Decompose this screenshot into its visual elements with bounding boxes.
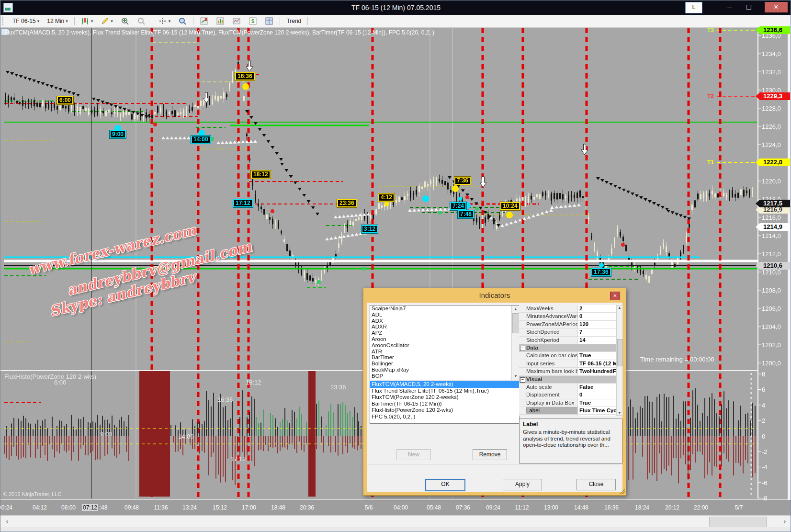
available-indicator-item[interactable]: AroonOscillator (370, 342, 520, 349)
property-row[interactable]: PowerZoneMAPeriod120 (519, 321, 616, 328)
property-value[interactable]: 14 (578, 337, 616, 344)
scroll-up-icon[interactable]: ▲ (617, 306, 622, 310)
available-indicators-list[interactable]: ScalperNinja7ADLADXADXRAPZAroonAroonOsci… (370, 305, 520, 380)
close-button[interactable] (765, 2, 788, 12)
property-grid-scrollbar[interactable]: ▲ ▼ (616, 305, 623, 416)
property-value[interactable]: True (578, 399, 616, 407)
ok-button[interactable]: OK (425, 479, 465, 491)
scrollbar-thumb[interactable] (709, 517, 767, 527)
available-indicator-item[interactable]: BarTimer (370, 354, 520, 361)
remove-button[interactable]: Remove (473, 449, 507, 460)
close-dialog-button[interactable]: Close (576, 479, 616, 490)
available-indicator-item[interactable]: ADXR (370, 324, 520, 330)
property-row[interactable]: LabelFlux Time Cycle Marke (519, 407, 616, 415)
scroll-left-arrow[interactable]: ‹ (1, 517, 13, 526)
property-row[interactable]: −Visual (519, 376, 616, 384)
link-button[interactable]: L (685, 2, 702, 13)
time-axis[interactable]: 00:2404:1206:0007:12:4809:4811:3613:2415… (0, 500, 791, 515)
property-row-gutter (519, 384, 526, 391)
price-axis-label: 1234,0 (762, 50, 781, 57)
minimize-button[interactable] (722, 2, 738, 12)
account-button[interactable]: $ (245, 15, 260, 27)
instrument-selector[interactable]: TF 06-15 (9, 16, 43, 26)
trend-button[interactable]: Trend (283, 16, 305, 26)
available-indicator-item[interactable]: ADX (370, 318, 520, 324)
available-indicator-item[interactable]: APZ (370, 330, 520, 336)
property-value[interactable]: 0 (578, 313, 616, 320)
apply-button[interactable]: Apply (503, 479, 542, 490)
histogram-axis-label: 0 (762, 432, 765, 440)
dialog-close-icon[interactable]: ✕ (610, 292, 620, 300)
available-indicator-item[interactable]: ScalperNinja7 (370, 306, 520, 312)
applied-indicator-item[interactable]: FluxHisto(PowerZone 120 2-wks) (370, 407, 520, 414)
collapse-icon[interactable]: − (520, 377, 525, 383)
property-grid[interactable]: MaxWeeks2MinutesAdvanceWarnin0PowerZoneM… (519, 305, 616, 416)
available-indicator-item[interactable]: ADL (370, 312, 520, 318)
toolbar-grip[interactable] (2, 17, 6, 25)
property-value[interactable]: Same as input series (578, 415, 616, 416)
grid-button[interactable] (261, 15, 277, 27)
property-value[interactable]: 7 (578, 328, 616, 336)
property-row[interactable]: Maximum bars look bacTwoHundredFiftySix (519, 368, 616, 375)
available-indicator-item[interactable]: BOP (370, 373, 520, 379)
available-indicator-item[interactable]: Aroon (370, 336, 520, 342)
collapse-icon[interactable]: − (520, 346, 525, 351)
scrollbar-thumb[interactable] (617, 339, 623, 366)
maximize-button[interactable] (741, 2, 757, 12)
interval-selector[interactable]: 12 Min (44, 16, 71, 26)
property-row[interactable]: Displacement0 (519, 391, 616, 399)
property-row[interactable]: Calculate on bar closeTrue (519, 352, 616, 360)
applied-indicators-list[interactable]: FluxTCM(AMACD,5, 20 2-weeks)Flux Trend S… (370, 381, 520, 424)
property-value[interactable] (577, 376, 616, 383)
applied-indicator-item[interactable]: FluxTCM(AMACD,5, 20 2-weeks) (370, 381, 520, 388)
property-row[interactable]: Input seriesTF 06-15 (12 Min) (519, 360, 616, 368)
zoom-in-button[interactable] (117, 15, 133, 27)
available-indicator-item[interactable]: ATR (370, 349, 520, 355)
horizontal-scrollbar[interactable]: ‹ › (0, 515, 791, 528)
available-indicator-item[interactable]: BookMap xRay (370, 367, 520, 373)
property-value[interactable]: 0 (578, 391, 616, 398)
data-box-button[interactable] (175, 15, 190, 27)
property-row[interactable]: MinutesAdvanceWarnin0 (519, 313, 616, 320)
scrollbar-thumb[interactable] (512, 313, 520, 333)
property-value[interactable]: Flux Time Cycle Marke (578, 407, 616, 414)
applied-indicator-item[interactable]: Flux Trend Stalker Elite(TF 06-15 (12 Mi… (370, 388, 520, 395)
dialog-title: Indicators (363, 288, 626, 303)
property-row[interactable]: Auto scaleFalse (519, 384, 616, 391)
property-value[interactable]: False (578, 384, 616, 391)
resize-grip[interactable] (619, 488, 625, 494)
property-name: MinutesAdvanceWarnin (526, 313, 578, 320)
new-button[interactable]: New (396, 449, 431, 460)
property-name: Input series (526, 360, 578, 367)
property-value[interactable]: TwoHundredFiftySix (578, 368, 616, 375)
property-value[interactable]: TF 06-15 (12 Min) (578, 360, 616, 367)
property-value[interactable]: 2 (578, 305, 616, 312)
indicators-button[interactable] (196, 15, 212, 27)
list-scrollbar[interactable]: ▲ ▼ (511, 306, 520, 380)
chart-properties-button[interactable] (213, 15, 228, 27)
applied-indicator-item[interactable]: FPC 5.0(20, 0,2, ) (370, 414, 520, 420)
property-row[interactable]: Display in Data BoxTrue (519, 399, 616, 407)
zoom-out-button[interactable] (134, 15, 149, 27)
property-value[interactable] (577, 344, 616, 351)
property-value[interactable]: True (578, 352, 616, 359)
property-row[interactable]: StochDperiod7 (519, 328, 616, 336)
crosshair-button[interactable] (155, 15, 174, 27)
property-row[interactable]: StochKperiod14 (519, 337, 616, 344)
chart-style-button[interactable] (78, 15, 97, 27)
scroll-up-icon[interactable]: ▲ (512, 306, 520, 313)
applied-indicator-item[interactable]: FluxTCM(PowerZone 120 2-weeks) (370, 394, 520, 401)
property-value[interactable]: 120 (578, 321, 616, 328)
available-indicator-item[interactable]: Bollinger (370, 361, 520, 367)
applied-indicator-item[interactable]: BarTimer(TF 06-15 (12 Min)) (370, 401, 520, 407)
property-row[interactable]: −Data (519, 344, 616, 352)
property-row[interactable]: MaxWeeks2 (519, 305, 616, 313)
scroll-down-icon[interactable]: ▼ (512, 373, 520, 380)
bar-time-marker: 7:24 (450, 202, 466, 210)
scroll-down-icon[interactable]: ▼ (617, 411, 622, 415)
property-row[interactable]: PanelSame as input series (519, 415, 616, 416)
time-axis-label: 14:48 (574, 504, 588, 511)
snapshot-button[interactable] (229, 15, 244, 27)
scroll-right-arrow[interactable]: › (779, 517, 791, 526)
drawing-tools-button[interactable] (97, 15, 116, 27)
